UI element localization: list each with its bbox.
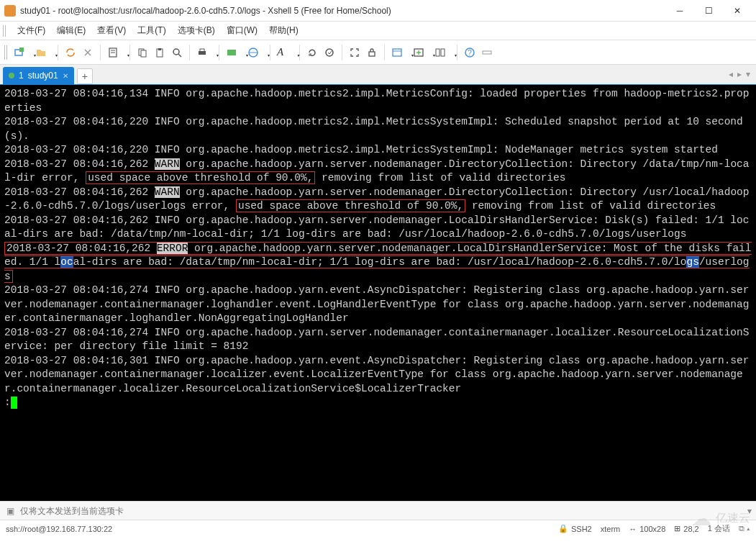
tab-label: study01 [28, 71, 58, 81]
script-button[interactable] [322, 45, 337, 60]
menu-edit[interactable]: 编辑(E) [53, 23, 90, 38]
terminal-size: ↔ 100x28 [629, 525, 665, 533]
font-button[interactable]: A▾ [275, 45, 295, 60]
highlight-box: used space above threshold of 90.0%, [236, 199, 465, 212]
menu-file[interactable]: 文件(F) [13, 23, 50, 38]
log-line: 2018-03-27 08:04:16,274 INFO org.apache.… [4, 327, 749, 353]
log-line: 2018-03-27 08:04:16,274 INFO org.apache.… [4, 284, 749, 324]
session-tab[interactable]: 1 study01 ✕ [3, 67, 74, 84]
find-button[interactable] [169, 45, 185, 60]
close-tab-icon[interactable]: ✕ [63, 72, 68, 80]
terminal[interactable]: 2018-03-27 08:04:16,134 INFO org.apache.… [0, 85, 756, 501]
open-button[interactable]: ▾ [33, 45, 53, 60]
svg-line-10 [178, 54, 181, 57]
send-all-toggle[interactable]: ▣ [4, 505, 16, 517]
menu-help[interactable]: 帮助(H) [265, 23, 303, 38]
properties-button[interactable]: ▾ [105, 45, 125, 60]
window-title: study01 - root@localhost:/usr/local/hado… [20, 6, 665, 16]
svg-rect-27 [483, 51, 491, 54]
app-icon [4, 5, 16, 17]
cloud-icon: ☁ [691, 507, 711, 530]
log-line: 2018-03-27 08:04:16,262 [4, 158, 155, 170]
fullscreen-button[interactable] [347, 45, 363, 60]
add-tab-button[interactable]: + [77, 68, 93, 84]
svg-rect-13 [227, 50, 236, 55]
close-button[interactable]: ✕ [723, 2, 752, 19]
svg-rect-6 [141, 50, 146, 57]
tunnel-button[interactable] [479, 45, 495, 60]
toolbar: ▾ ▾ ▾ ▾ ▾ ▾ A▾ ▾ ▾ ▾ ? [0, 40, 756, 65]
disconnect-button[interactable] [80, 45, 96, 60]
minimize-button[interactable]: ─ [665, 2, 694, 19]
inputbar: ▣ ▾ [0, 501, 756, 520]
warn-badge: WARN [155, 158, 180, 170]
connection-status: ssh://root@192.168.77.130:22 [6, 525, 112, 533]
ssh-status: 🔒 SSH2 [558, 524, 592, 533]
log-line: 2018-03-27 08:04:16,134 INFO org.apache.… [4, 88, 749, 114]
menu-view[interactable]: 查看(V) [93, 23, 130, 38]
refresh-button[interactable] [304, 45, 320, 60]
new-tab-button[interactable]: ▾ [411, 45, 431, 60]
svg-point-9 [173, 49, 179, 55]
log-line: 2018-03-27 08:04:16,301 INFO org.apache.… [4, 355, 749, 394]
tab-nav: ◂ ▸ ▾ [727, 68, 752, 81]
error-badge: ERROR [157, 243, 188, 254]
grip-icon [4, 45, 9, 60]
log-line: 2018-03-27 08:04:16,262 INFO org.apache.… [4, 214, 749, 240]
grip-icon [3, 25, 7, 37]
log-line: 2018-03-27 08:04:16,220 INFO org.apache.… [4, 144, 718, 155]
xftp-button[interactable]: ▾ [224, 45, 244, 60]
svg-rect-17 [369, 52, 375, 56]
tab-menu-icon[interactable]: ▾ [744, 68, 752, 81]
copy-button[interactable] [135, 45, 150, 60]
svg-rect-23 [436, 49, 440, 56]
tabbar: 1 study01 ✕ + ◂ ▸ ▾ [0, 65, 756, 85]
connected-icon [9, 73, 14, 78]
highlight-box: used space above threshold of 90.0%, [86, 171, 315, 184]
tab-next-icon[interactable]: ▸ [736, 68, 743, 81]
terminal-type: xterm [601, 525, 621, 533]
tile-button[interactable]: ▾ [432, 45, 452, 60]
new-session-button[interactable]: ▾ [12, 45, 32, 60]
statusbar: ssh://root@192.168.77.130:22 🔒 SSH2 xter… [0, 520, 756, 537]
log-line: 2018-03-27 08:04:16,262 [4, 186, 155, 198]
log-line: 2018-03-27 08:04:16,220 INFO org.apache.… [4, 116, 743, 142]
print-button[interactable]: ▾ [194, 45, 214, 60]
menu-tab[interactable]: 选项卡(B) [173, 23, 219, 38]
svg-rect-8 [158, 48, 161, 50]
menu-tools[interactable]: 工具(T) [133, 23, 170, 38]
lock-button[interactable] [364, 45, 380, 60]
highlight-box: 2018-03-27 08:04:16,262 ERROR org.apache… [4, 242, 752, 283]
command-input[interactable] [20, 506, 743, 516]
browser-button[interactable]: ▾ [245, 45, 265, 60]
text-selection: gs [686, 256, 698, 268]
menubar: 文件(F) 编辑(E) 查看(V) 工具(T) 选项卡(B) 窗口(W) 帮助(… [0, 22, 756, 40]
watermark-text: 亿速云 [716, 511, 750, 526]
maximize-button[interactable]: ☐ [694, 2, 723, 19]
cursor-icon [11, 397, 17, 409]
tab-index: 1 [19, 71, 24, 81]
svg-rect-1 [19, 47, 24, 52]
help-button[interactable]: ? [462, 45, 478, 60]
prompt: : [4, 397, 11, 408]
warn-badge: WARN [155, 186, 180, 198]
tab-prev-icon[interactable]: ◂ [727, 68, 734, 81]
menu-window[interactable]: 窗口(W) [222, 23, 262, 38]
layout-button[interactable]: ▾ [389, 45, 409, 60]
svg-text:?: ? [468, 49, 472, 57]
watermark: ☁ 亿速云 [691, 507, 750, 530]
svg-rect-24 [441, 49, 445, 56]
svg-rect-18 [393, 49, 401, 56]
titlebar: study01 - root@localhost:/usr/local/hado… [0, 0, 756, 22]
svg-point-16 [326, 49, 333, 56]
paste-button[interactable] [152, 45, 168, 60]
text-selection: oc [60, 256, 73, 268]
reconnect-button[interactable] [63, 45, 78, 60]
